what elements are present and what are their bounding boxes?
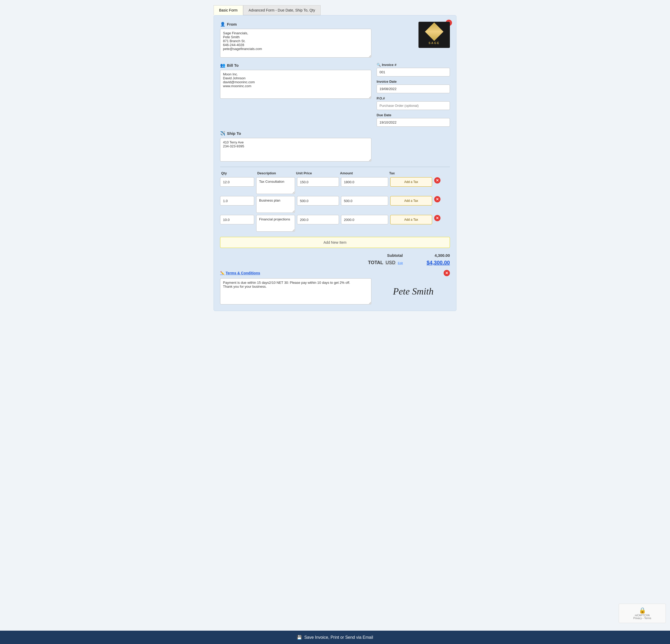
po-input[interactable] xyxy=(377,101,450,110)
total-label: TOTAL USD Edit xyxy=(368,260,403,265)
desc-input-3[interactable] xyxy=(256,215,295,232)
add-new-item-button[interactable]: Add New Item xyxy=(220,237,450,248)
unit-price-input-1[interactable] xyxy=(297,177,339,187)
shipto-textarea[interactable] xyxy=(220,138,371,161)
line-item-row: Add a Tax ✕ xyxy=(220,215,450,232)
invoice-number-label: 🔍 Invoice # xyxy=(377,63,450,67)
unit-price-input-2[interactable] xyxy=(297,196,339,206)
tax-cell-3: Add a Tax xyxy=(390,215,432,224)
subtotal-row: Subtotal 4,300.00 xyxy=(387,253,450,258)
subtotal-value: 4,300.00 xyxy=(424,253,450,258)
desc-input-2[interactable] xyxy=(256,196,295,213)
shipto-section: ✈️ Ship To xyxy=(220,131,450,162)
subtotal-label: Subtotal xyxy=(387,253,403,258)
qty-input-1[interactable] xyxy=(220,177,254,187)
billto-invoice-section: 👥 Bill To 🔍 Invoice # Invoice Date xyxy=(220,63,450,127)
terms-label[interactable]: ✏️ Terms & Conditions xyxy=(220,271,260,275)
signature-text: Pete Smith xyxy=(393,286,434,297)
tax-cell-2: Add a Tax xyxy=(390,196,432,206)
edit-currency-link[interactable]: Edit xyxy=(398,262,403,265)
invoice-number-group: 🔍 Invoice # xyxy=(377,63,450,77)
person-icon: 👤 xyxy=(220,22,225,27)
invoice-number-input[interactable] xyxy=(377,68,450,77)
invoice-date-label: Invoice Date xyxy=(377,80,450,83)
qty-input-3[interactable] xyxy=(220,215,254,224)
add-tax-button-3[interactable]: Add a Tax xyxy=(390,215,432,224)
recaptcha-widget: 🔒 reCAPTCHA Privacy - Terms xyxy=(619,604,666,623)
invoice-date-input[interactable] xyxy=(377,84,450,93)
line-items-header: Qty Description Unit Price Amount Tax xyxy=(220,171,450,175)
remove-item-button-3[interactable]: ✕ xyxy=(434,215,441,221)
save-icon: 💾 xyxy=(297,635,302,640)
col-tax-header: Tax xyxy=(389,171,431,175)
currency-label: USD xyxy=(386,260,396,265)
recaptcha-logo: 🔒 xyxy=(622,607,662,614)
totals-section: Subtotal 4,300.00 TOTAL USD Edit $4,300.… xyxy=(220,251,450,268)
terms-grid: Pete Smith xyxy=(220,278,450,304)
plane-icon: ✈️ xyxy=(220,131,225,136)
remove-item-button-2[interactable]: ✕ xyxy=(434,196,441,202)
billto-label: 👥 Bill To xyxy=(220,63,371,68)
total-row: TOTAL USD Edit $4,300.00 xyxy=(368,260,450,266)
col-amount-header: Amount xyxy=(340,171,387,175)
remove-item-button-1[interactable]: ✕ xyxy=(434,177,441,184)
pencil-icon: ✏️ xyxy=(220,271,225,275)
logo-diamond-shape xyxy=(425,23,444,41)
line-item-row: Add a Tax ✕ xyxy=(220,177,450,194)
amount-input-2[interactable] xyxy=(341,196,388,206)
col-actions-header xyxy=(433,171,449,175)
signature-area: Pete Smith xyxy=(377,278,450,304)
search-icon: 🔍 xyxy=(377,63,381,67)
col-price-header: Unit Price xyxy=(296,171,338,175)
shipto-left: ✈️ Ship To xyxy=(220,131,371,162)
from-label: 👤 From xyxy=(220,22,371,27)
tab-advanced[interactable]: Advanced Form - Due Date, Ship To, Qty xyxy=(243,5,321,15)
top-section: 👤 From ✕ SAGE xyxy=(220,22,450,58)
logo-section: ✕ SAGE xyxy=(377,22,450,58)
po-group: P.O.# xyxy=(377,96,450,110)
recaptcha-subtext: Privacy - Terms xyxy=(622,617,662,620)
total-value: $4,300.00 xyxy=(424,260,450,266)
tax-cell-1: Add a Tax xyxy=(390,177,432,187)
company-logo: SAGE xyxy=(418,22,450,48)
billto-section: 👥 Bill To xyxy=(220,63,371,127)
add-tax-button-1[interactable]: Add a Tax xyxy=(390,177,432,187)
line-item-row: Add a Tax ✕ xyxy=(220,196,450,213)
logo-brand-text: SAGE xyxy=(428,41,440,44)
shipto-label: ✈️ Ship To xyxy=(220,131,371,136)
billto-icon: 👥 xyxy=(220,63,225,68)
po-label: P.O.# xyxy=(377,96,450,100)
amount-input-3[interactable] xyxy=(341,215,388,224)
tab-bar: Basic Form Advanced Form - Due Date, Shi… xyxy=(214,5,456,15)
col-desc-header: Description xyxy=(257,171,294,175)
due-date-label: Due Date xyxy=(377,113,450,117)
qty-input-2[interactable] xyxy=(220,196,254,206)
from-textarea[interactable] xyxy=(220,29,371,57)
save-invoice-button[interactable]: 💾 Save Invoice, Print or Send via Email xyxy=(297,635,373,640)
tab-basic[interactable]: Basic Form xyxy=(214,5,243,15)
terms-textarea[interactable] xyxy=(220,278,371,304)
terms-section: ✏️ Terms & Conditions ✕ Pete Smith xyxy=(220,270,450,304)
desc-input-1[interactable] xyxy=(256,177,295,194)
col-qty-header: Qty xyxy=(221,171,255,175)
invoice-date-group: Invoice Date xyxy=(377,80,450,93)
unit-price-input-3[interactable] xyxy=(297,215,339,224)
invoice-card: 👤 From ✕ SAGE 👥 Bill To xyxy=(214,15,456,311)
terms-header: ✏️ Terms & Conditions ✕ xyxy=(220,270,450,276)
save-bar: 💾 Save Invoice, Print or Send via Email xyxy=(0,631,670,644)
recaptcha-label: reCAPTCHA xyxy=(622,614,662,617)
amount-input-1[interactable] xyxy=(341,177,388,187)
invoice-fields: 🔍 Invoice # Invoice Date P.O.# xyxy=(377,63,450,127)
due-date-input[interactable] xyxy=(377,118,450,127)
billto-textarea[interactable] xyxy=(220,70,371,99)
remove-terms-button[interactable]: ✕ xyxy=(444,270,450,276)
add-tax-button-2[interactable]: Add a Tax xyxy=(390,196,432,206)
due-date-group: Due Date xyxy=(377,113,450,127)
from-section: 👤 From xyxy=(220,22,371,58)
shipto-right xyxy=(377,131,450,162)
